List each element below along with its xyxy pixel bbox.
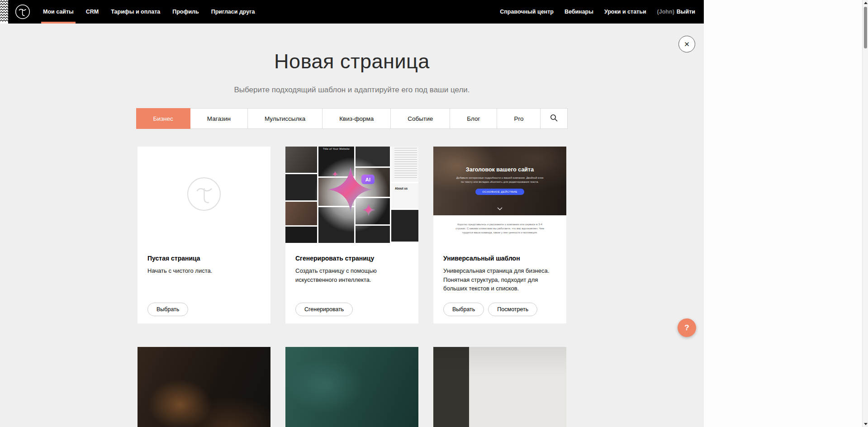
card-description: Создать страницу с помощью искусственног… [295,266,408,284]
scroll-up-arrow[interactable] [863,0,868,6]
template-body-section: Коротко представьтесь и расскажите о ком… [433,215,566,243]
template-card[interactable] [285,347,418,427]
template-hero-text: Добавьте интересные подробности о вашей … [455,176,544,184]
close-button[interactable]: ✕ [678,36,695,52]
card-title: Сгенерировать страницу [295,255,408,262]
nav-help-center[interactable]: Справочный центр [500,0,554,24]
nav-tariffs[interactable]: Тарифы и оплата [111,0,160,24]
card-actions: Выбрать Посмотреть [443,303,537,316]
template-preview-image [138,347,270,427]
card-actions: Выбрать [147,303,188,316]
tab-pro[interactable]: Pro [497,108,541,129]
blank-preview [138,147,270,243]
help-button[interactable]: ? [678,318,696,337]
tab-blog[interactable]: Блог [450,108,497,129]
card-body: Пустая страница Начать с чистого листа. … [138,243,270,323]
nav-crm[interactable]: CRM [86,0,99,24]
search-tab[interactable] [540,108,568,129]
template-grid-row-2 [138,347,566,427]
tab-multilink[interactable]: Мультиссылка [247,108,323,129]
logout-link[interactable]: Выйти [677,0,695,24]
nav-lessons[interactable]: Уроки и статьи [604,0,646,24]
tab-event[interactable]: Событие [390,108,450,129]
chevron-down-icon [497,204,503,212]
ai-sparkle-icon [318,159,386,228]
scrollbar[interactable] [862,0,868,427]
nav-my-sites[interactable]: Мои сайты [43,0,74,24]
screen: Мои сайты CRM Тарифы и оплата Профиль Пр… [0,0,868,427]
template-grid: Пустая страница Начать с чистого листа. … [138,147,566,323]
card-description: Начать с чистого листа. [147,266,261,275]
template-hero: Заголовок вашего сайта Добавьте интересн… [433,147,566,215]
secondary-nav: Справочный центр Вебинары Уроки и статьи… [500,0,695,24]
search-icon [550,114,558,123]
preview-button[interactable]: Посмотреть [488,303,537,316]
card-title: Универсальный шаблон [443,255,556,262]
tilda-logo-icon[interactable] [15,4,30,19]
scroll-down-arrow[interactable] [863,421,868,427]
template-card-universal: Заголовок вашего сайта Добавьте интересн… [433,147,566,323]
page-title: Новая страница [0,51,704,72]
tilda-app: Мои сайты CRM Тарифы и оплата Профиль Пр… [0,0,704,427]
template-preview-image [285,347,418,427]
tab-quiz-form[interactable]: Квиз-форма [322,108,391,129]
new-page-dialog: Новая страница Выберите подходящий шабло… [0,0,704,427]
select-button[interactable]: Выбрать [443,303,484,316]
nav-profile[interactable]: Профиль [172,0,199,24]
tilda-zigzag-pattern-icon [0,0,8,24]
scrollbar-thumb[interactable] [864,7,867,48]
template-card[interactable] [138,347,270,427]
card-description: Универсальная страница для бизнеса. Поня… [443,266,556,293]
template-preview-image [433,347,566,427]
card-body: Сгенерировать страницу Создать страницу … [285,243,418,323]
select-button[interactable]: Выбрать [147,303,188,316]
template-hero-button: Основное действие [475,189,524,195]
card-actions: Сгенерировать [295,303,353,316]
right-background [704,0,868,427]
tab-store[interactable]: Магазин [190,108,248,129]
generate-button[interactable]: Сгенерировать [295,303,353,316]
card-body: Универсальный шаблон Универсальная стран… [433,243,566,323]
top-navigation-bar: Мои сайты CRM Тарифы и оплата Профиль Пр… [0,0,704,24]
user-area: (John) Выйти [657,0,695,24]
page-subtitle: Выберите подходящий шаблон и адаптируйте… [0,85,704,95]
template-card-ai: Title of Your Website [285,147,418,323]
user-name: (John) [657,9,674,15]
template-card[interactable] [433,347,566,427]
nav-invite-friend[interactable]: Пригласи друга [211,0,255,24]
tilda-watermark-icon [187,177,221,213]
template-category-tabs: Бизнес Магазин Мультиссылка Квиз-форма С… [136,108,568,129]
tab-business[interactable]: Бизнес [136,108,190,129]
nav-webinars[interactable]: Вебинары [564,0,593,24]
ai-badge: AI [361,175,375,184]
template-hero-title: Заголовок вашего сайта [466,166,534,173]
template-card-blank: Пустая страница Начать с чистого листа. … [138,147,270,323]
primary-nav: Мои сайты CRM Тарифы и оплата Профиль Пр… [43,0,255,24]
ai-preview: Title of Your Website [285,147,418,243]
card-title: Пустая страница [147,255,261,262]
template-preview: Заголовок вашего сайта Добавьте интересн… [433,147,566,243]
template-body-text: Коротко представьтесь и расскажите о ком… [452,215,548,243]
